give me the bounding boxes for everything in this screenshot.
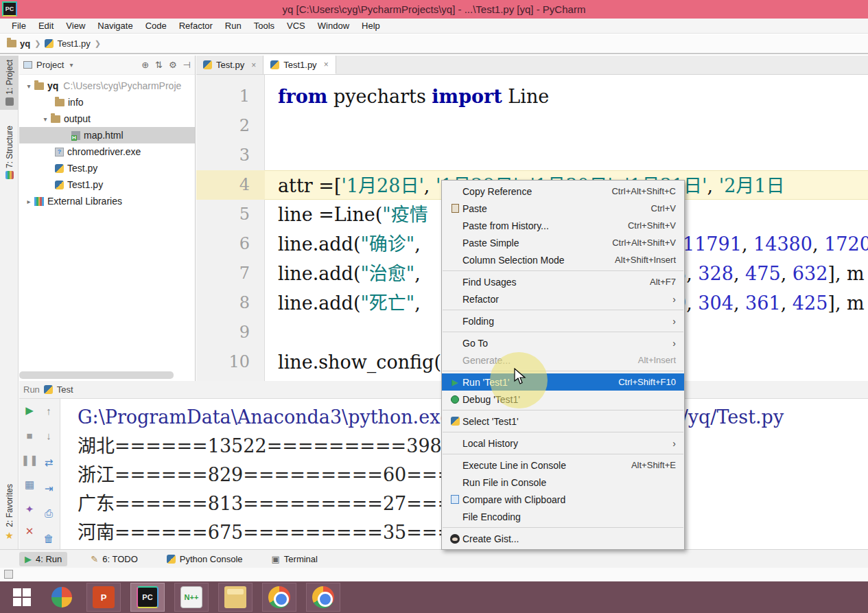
- menu-navigate[interactable]: Navigate: [91, 19, 139, 33]
- menu-item-create-gist[interactable]: Create Gist...: [442, 530, 684, 547]
- menu-item-compare-with-clipboard[interactable]: Compare with Clipboard: [442, 491, 684, 508]
- menu-item-file-encoding[interactable]: File Encoding: [442, 508, 684, 525]
- paste-icon: [451, 204, 459, 213]
- menu-item-run-test1[interactable]: ▶Run 'Test1'Ctrl+Shift+F10: [442, 373, 684, 391]
- code-line-1[interactable]: from pyecharts import Line: [265, 82, 868, 111]
- tab-test-py[interactable]: Test.py ×: [196, 56, 263, 74]
- menu-item-column-selection-mode[interactable]: Column Selection ModeAlt+Shift+Insert: [442, 251, 684, 268]
- bottom-toolwindow-bar: ▶ 4: Run ✎ 6: TODO Python Console ▣ Term…: [0, 549, 868, 568]
- taskbar-file-manager[interactable]: [218, 583, 253, 612]
- menu-item-copy-reference[interactable]: Copy ReferenceCtrl+Alt+Shift+C: [442, 183, 684, 200]
- pin-tab-button[interactable]: ✦: [22, 502, 37, 517]
- menu-item-execute-line-in-console[interactable]: Execute Line in ConsoleAlt+Shift+E: [442, 456, 684, 474]
- start-button[interactable]: [7, 583, 37, 612]
- tree-item-external-libraries[interactable]: ▸ External Libraries: [19, 193, 195, 209]
- menu-item-paste-from-history[interactable]: Paste from History...Ctrl+Shift+V: [442, 217, 684, 234]
- project-panel-title: Project: [36, 60, 64, 70]
- menu-item-paste[interactable]: PasteCtrl+V: [442, 200, 684, 217]
- tree-item-yq[interactable]: ▾ yq C:\Users\cyg\PycharmProje: [19, 78, 195, 94]
- print-button[interactable]: ⎙: [41, 506, 56, 521]
- menu-help[interactable]: Help: [355, 19, 386, 33]
- toggle-toolwindows-icon[interactable]: [4, 570, 13, 579]
- run-session-tab[interactable]: Test: [57, 384, 73, 395]
- horizontal-scrollbar[interactable]: [19, 371, 174, 379]
- tree-item-info[interactable]: info: [19, 94, 195, 111]
- menu-run[interactable]: Run: [219, 19, 248, 33]
- show-toolwindows-button[interactable]: ▦: [22, 477, 37, 492]
- menu-view[interactable]: View: [60, 19, 91, 33]
- gear-icon[interactable]: ⚙: [169, 60, 177, 70]
- chevron-down-icon[interactable]: ▾: [40, 115, 51, 123]
- project-icon: [23, 61, 32, 69]
- menu-edit[interactable]: Edit: [32, 19, 60, 33]
- menu-item-find-usages[interactable]: Find UsagesAlt+F7: [442, 273, 684, 290]
- tree-item-test-py[interactable]: Test.py: [19, 160, 195, 176]
- up-stack-trace-button[interactable]: ↑: [41, 403, 56, 418]
- code-line-8-fragment: 9, 304, 361, 425], m: [675, 288, 865, 318]
- menu-item-local-history[interactable]: Local History›: [442, 435, 684, 452]
- rerun-button[interactable]: ▶: [22, 403, 37, 418]
- close-button[interactable]: ✕: [22, 524, 37, 539]
- menu-tools[interactable]: Tools: [248, 19, 281, 33]
- toolwindow-button-terminal[interactable]: ▣ Terminal: [266, 552, 323, 566]
- menu-item-go-to[interactable]: Go To›: [442, 334, 684, 351]
- chevron-down-icon[interactable]: ▾: [69, 61, 73, 69]
- menu-vcs[interactable]: VCS: [281, 19, 312, 33]
- line-number: 8: [196, 288, 250, 318]
- left-tool-strip: 1: Project 7: Structure 2: Favorites ★: [0, 56, 19, 568]
- taskbar-pinwheel-app[interactable]: [47, 583, 77, 612]
- tree-item-test1-py[interactable]: Test1.py: [19, 176, 195, 193]
- locate-file-icon[interactable]: ⊕: [141, 60, 149, 70]
- toolwindow-button-project[interactable]: 1: Project: [0, 56, 19, 110]
- clear-console-button[interactable]: 🗑: [41, 531, 56, 546]
- toolwindow-button-python-console[interactable]: Python Console: [161, 552, 248, 566]
- soft-wrap-button[interactable]: ⇄: [41, 455, 56, 470]
- taskbar-powerpoint[interactable]: P: [86, 583, 121, 612]
- collapse-all-icon[interactable]: ⇅: [155, 60, 163, 70]
- taskbar-pycharm[interactable]: PC: [130, 583, 165, 612]
- close-icon[interactable]: ×: [324, 60, 329, 69]
- taskbar-notepad-plus-plus[interactable]: N++: [174, 583, 209, 612]
- hide-panel-icon[interactable]: ⊣: [183, 60, 191, 70]
- down-stack-trace-button[interactable]: ↓: [41, 428, 56, 443]
- tree-item-map-html[interactable]: map.html: [19, 127, 195, 143]
- menu-separator: [443, 410, 683, 410]
- menu-item-folding[interactable]: Folding›: [442, 312, 684, 329]
- file-manager-icon: [224, 586, 246, 608]
- breadcrumb-project[interactable]: yq: [20, 38, 30, 49]
- toolwindow-button-favorites[interactable]: 2: Favorites ★: [0, 480, 19, 545]
- tab-test1-py[interactable]: Test1.py ×: [263, 56, 336, 74]
- stop-button[interactable]: ■: [22, 428, 37, 443]
- menu-file[interactable]: File: [5, 19, 32, 33]
- menu-code[interactable]: Code: [139, 19, 173, 33]
- html-file-icon: [71, 131, 80, 140]
- scroll-to-end-button[interactable]: ⇥: [41, 481, 56, 496]
- tree-item-chromedriver[interactable]: ? chromedriver.exe: [19, 143, 195, 160]
- favorites-button-label: 2: Favorites: [5, 484, 14, 527]
- toolwindow-button-structure[interactable]: 7: Structure: [0, 122, 19, 183]
- taskbar-chrome-1[interactable]: [262, 583, 296, 612]
- libraries-icon: [34, 197, 44, 206]
- toolwindow-button-todo[interactable]: ✎ 6: TODO: [85, 552, 143, 566]
- chevron-right-icon[interactable]: ▸: [23, 198, 34, 205]
- submenu-arrow-icon: ›: [672, 294, 676, 305]
- close-icon[interactable]: ×: [251, 60, 256, 70]
- taskbar-chrome-2[interactable]: [306, 583, 340, 612]
- line-number: 9: [196, 318, 250, 347]
- menu-item-select-test1[interactable]: Select 'Test1': [442, 413, 684, 430]
- debug-bug-icon: [451, 395, 459, 404]
- line-number: 3: [196, 141, 250, 170]
- breadcrumb-file[interactable]: Test1.py: [57, 38, 90, 49]
- toolwindow-button-run[interactable]: ▶ 4: Run: [19, 552, 67, 566]
- menu-item-refactor[interactable]: Refactor›: [442, 290, 684, 308]
- menu-item-run-file-in-console[interactable]: Run File in Console: [442, 474, 684, 491]
- tree-item-output[interactable]: ▾ output: [19, 111, 195, 127]
- menu-item-debug-test1[interactable]: Debug 'Test1': [442, 391, 684, 408]
- menu-item-paste-simple[interactable]: Paste SimpleCtrl+Alt+Shift+V: [442, 234, 684, 251]
- chevron-down-icon[interactable]: ▾: [23, 82, 34, 90]
- menu-window[interactable]: Window: [312, 19, 355, 33]
- pause-button[interactable]: ❚❚: [22, 452, 37, 467]
- menu-refactor[interactable]: Refactor: [173, 19, 219, 33]
- run-panel-title: Run: [23, 384, 40, 395]
- chevron-right-icon: ❯: [95, 39, 101, 48]
